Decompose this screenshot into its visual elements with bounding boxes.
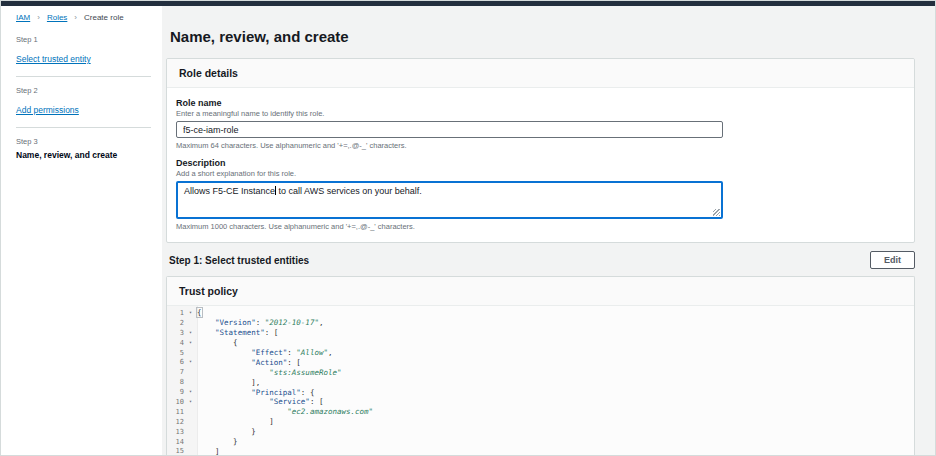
json-punctuation: : [ [287, 358, 301, 367]
json-punctuation: , [328, 348, 333, 357]
code-text: } [197, 427, 256, 436]
code-line: 11 "ec2.amazonaws.com" [167, 407, 914, 417]
json-key: "Principal" [251, 388, 301, 397]
step1-section-header: Step 1: Select trusted entities Edit [169, 251, 915, 269]
step-link-add-permissions[interactable]: Add permissions [16, 105, 79, 115]
code-line: 13 } [167, 427, 914, 437]
breadcrumb-item-create-role: Create role [84, 13, 124, 22]
code-line: 2 "Version": "2012-10-17", [167, 318, 914, 328]
json-punctuation: : [256, 318, 265, 327]
code-line: 12 ] [167, 417, 914, 427]
code-line: 4▾ { [167, 338, 914, 348]
json-punctuation: { [197, 338, 238, 347]
description-field-group: Description Add a short explanation for … [176, 158, 902, 231]
json-punctuation: : [ [310, 397, 324, 406]
description-text-after: to call AWS services on your behalf. [276, 186, 422, 196]
json-key: "Action" [251, 358, 287, 367]
json-value: "2012-10-17" [265, 318, 319, 327]
code-text: "Service": [ [197, 397, 323, 406]
line-number: 9 [167, 388, 184, 396]
code-line: 10▾ "Service": [ [167, 397, 914, 407]
fold-arrow-icon[interactable]: ▾ [184, 328, 197, 338]
code-text: ], [197, 378, 260, 387]
sidebar-divider [16, 76, 151, 77]
line-number: 7 [167, 368, 184, 376]
role-name-input[interactable] [176, 121, 723, 138]
json-punctuation [197, 397, 269, 406]
line-number: 14 [167, 438, 184, 446]
line-number: 11 [167, 408, 184, 416]
code-line: 3▾ "Statement": [ [167, 328, 914, 338]
code-text: ] [197, 447, 220, 456]
trust-policy-header: Trust policy [167, 277, 914, 306]
wizard-step-select-trusted-entity: Step 1Select trusted entity [16, 35, 162, 66]
json-key: "Statement" [215, 328, 265, 337]
code-text: "ec2.amazonaws.com" [197, 407, 373, 416]
role-details-panel: Role details Role name Enter a meaningfu… [166, 58, 915, 243]
fold-arrow-icon[interactable]: ▾ [184, 357, 197, 367]
code-line: 14 } [167, 437, 914, 447]
code-text: "sts:AssumeRole" [197, 368, 342, 377]
wizard-step-add-permissions: Step 2Add permissions [16, 86, 162, 117]
json-punctuation [197, 407, 287, 416]
page-layout: IAM›Roles›Create role Step 1Select trust… [1, 6, 935, 456]
json-punctuation: { [197, 308, 202, 317]
step-number-label: Step 1 [16, 35, 162, 44]
code-text: "Effect": "Allow", [197, 348, 332, 357]
code-text: "Principal": { [197, 388, 314, 397]
line-number: 5 [167, 349, 184, 357]
role-details-body: Role name Enter a meaningful name to ide… [167, 88, 914, 242]
json-value: "ec2.amazonaws.com" [287, 407, 373, 416]
description-textarea[interactable]: Allows F5-CE Instance to call AWS servic… [176, 181, 723, 219]
sidebar-divider [16, 127, 151, 128]
fold-arrow-icon[interactable]: ▾ [184, 308, 197, 318]
code-line: 8 ], [167, 377, 914, 387]
line-number: 15 [167, 447, 184, 455]
trust-policy-panel: Trust policy 1▾{2 "Version": "2012-10-17… [166, 276, 915, 456]
json-key: "Effect" [251, 348, 287, 357]
json-punctuation [197, 348, 251, 357]
iam-create-role-screen: IAM›Roles›Create role Step 1Select trust… [0, 0, 936, 456]
role-name-field: Role name Enter a meaningful name to ide… [176, 98, 902, 150]
fold-arrow-icon[interactable]: ▾ [184, 387, 197, 397]
step-link-select-trusted-entity[interactable]: Select trusted entity [16, 54, 91, 64]
fold-arrow-icon[interactable]: ▾ [184, 397, 197, 407]
json-punctuation: : { [301, 388, 315, 397]
breadcrumb: IAM›Roles›Create role [16, 13, 162, 22]
json-punctuation: ] [197, 417, 274, 426]
code-line: 1▾{ [167, 308, 914, 318]
step-number-label: Step 3 [16, 137, 162, 146]
edit-button[interactable]: Edit [870, 251, 915, 269]
code-text: "Action": [ [197, 358, 301, 367]
description-helper: Add a short explanation for this role. [176, 169, 902, 178]
code-text: } [197, 437, 238, 446]
role-name-constraint: Maximum 64 characters. Use alphanumeric … [176, 141, 902, 150]
line-number: 4 [167, 339, 184, 347]
json-key: "Service" [269, 397, 310, 406]
line-number: 1 [167, 309, 184, 317]
code-text: { [197, 338, 238, 347]
page-title: Name, review, and create [170, 28, 915, 45]
breadcrumb-separator-icon: › [37, 13, 40, 22]
json-value: "Allow" [296, 348, 328, 357]
wizard-step-name-review-and-create: Step 3Name, review, and create [16, 137, 162, 160]
role-name-label: Role name [176, 98, 902, 108]
code-line: 7 "sts:AssumeRole" [167, 367, 914, 377]
breadcrumb-item-iam[interactable]: IAM [16, 13, 30, 22]
line-number: 10 [167, 398, 184, 406]
code-text: "Version": "2012-10-17", [197, 318, 323, 327]
code-line: 5 "Effect": "Allow", [167, 348, 914, 358]
line-number: 3 [167, 329, 184, 337]
description-label: Description [176, 158, 902, 168]
json-punctuation: } [197, 427, 256, 436]
breadcrumb-item-roles[interactable]: Roles [47, 13, 67, 22]
description-constraint: Maximum 1000 characters. Use alphanumeri… [176, 222, 902, 231]
json-punctuation: : [287, 348, 296, 357]
code-line: 6▾ "Action": [ [167, 357, 914, 367]
trust-policy-editor[interactable]: 1▾{2 "Version": "2012-10-17",3▾ "Stateme… [167, 306, 914, 456]
fold-arrow-icon[interactable]: ▾ [184, 338, 197, 348]
step1-section-title: Step 1: Select trusted entities [169, 255, 309, 266]
json-punctuation: , [319, 318, 324, 327]
json-punctuation [197, 388, 251, 397]
textarea-resize-handle[interactable] [713, 209, 720, 216]
